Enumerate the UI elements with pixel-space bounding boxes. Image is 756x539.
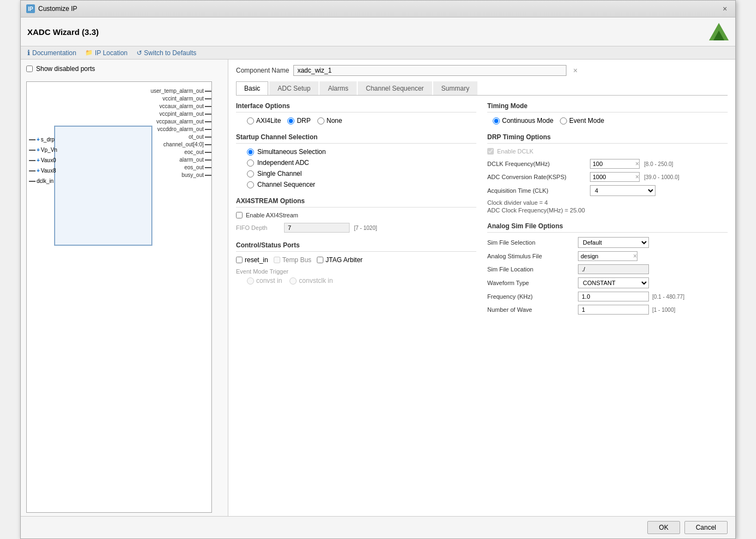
num-wave-label: Number of Wave (487, 306, 575, 313)
enable-axi4stream-checkbox[interactable] (236, 212, 243, 218)
convstclk-in-radio[interactable] (290, 277, 297, 285)
radio-drp[interactable]: DRP (287, 117, 310, 125)
analog-stimulus-clear[interactable]: × (633, 252, 637, 260)
dclk-freq-input[interactable] (590, 159, 634, 168)
tab-summary[interactable]: Summary (433, 81, 477, 95)
radio-axi4lite[interactable]: AXI4Lite (247, 117, 281, 125)
analog-sim-title: Analog Sim File Options (487, 222, 728, 233)
frequency-range: [0.1 - 480.77] (652, 294, 684, 300)
port-dclk: dclk_in (29, 178, 57, 184)
sim-file-location-input[interactable] (578, 264, 649, 274)
close-button[interactable]: × (720, 4, 730, 14)
radio-none-input[interactable] (317, 117, 324, 125)
control-ports-section: reset_in Temp Bus JTAG Arbiter Eve (236, 256, 476, 285)
radio-channel-sequencer[interactable]: Channel Sequencer (247, 181, 476, 188)
radio-independent-label: Independent ADC (257, 159, 309, 167)
left-panel: Show disabled ports user_temp_alarm_out … (21, 60, 228, 518)
enable-dclk-row: Enable DCLK (487, 148, 728, 155)
folder-icon: 📁 (85, 49, 93, 56)
waveform-type-select[interactable]: CONSTANT SINE RAMP (578, 277, 649, 288)
radio-event-label: Event Mode (569, 117, 604, 125)
startup-channel-group: Simultaneous Selection Independent ADC S… (236, 148, 476, 188)
radio-simultaneous[interactable]: Simultaneous Selection (247, 148, 476, 156)
left-ports-container: + s_drp + Vp_Vn + Vaux0 (29, 137, 57, 184)
adc-conv-input[interactable] (590, 173, 634, 181)
radio-drp-input[interactable] (287, 117, 294, 125)
convst-in-radio[interactable] (247, 277, 254, 285)
radio-event[interactable]: Event Mode (560, 117, 604, 125)
cancel-button[interactable]: Cancel (684, 521, 728, 534)
dclk-freq-range: [8.0 - 250.0] (644, 161, 673, 167)
frequency-input[interactable] (578, 292, 649, 301)
axi4stream-title: AXI4STREAM Options (236, 197, 476, 208)
port-vccpaux: vccpaux_alarm_out (151, 118, 211, 125)
radio-independent[interactable]: Independent ADC (247, 159, 476, 167)
sim-file-location-row: Sim File Location (487, 264, 728, 274)
enable-dclk-checkbox[interactable] (487, 148, 494, 155)
port-vpvn: + Vp_Vn (29, 147, 57, 153)
adc-conv-input-wrapper: × (590, 172, 640, 182)
component-name-input[interactable] (293, 65, 566, 76)
dclk-freq-input-wrapper: × (590, 159, 640, 169)
radio-none-label: None (327, 117, 342, 125)
documentation-link[interactable]: ℹ Documentation (27, 49, 76, 57)
component-name-label: Component Name (236, 67, 289, 74)
toolbar: ℹ Documentation 📁 IP Location ↺ Switch t… (21, 46, 735, 60)
analog-stimulus-row: Analog Stimulus File × (487, 251, 728, 261)
jtag-row[interactable]: JTAG Arbiter (317, 256, 363, 264)
dclk-freq-row: DCLK Frequency(MHz) × [8.0 - 250.0] (487, 159, 728, 169)
sim-file-label: Sim File Selection (487, 239, 575, 246)
frequency-row: Frequency (KHz) [0.1 - 480.77] (487, 292, 728, 301)
ip-location-label: IP Location (95, 49, 128, 57)
enable-axi4stream-label: Enable AXI4Stream (246, 212, 298, 218)
adc-conv-label: ADC Conversion Rate(KSPS) (487, 174, 586, 180)
radio-single-channel-input[interactable] (247, 170, 254, 177)
radio-independent-input[interactable] (247, 159, 254, 167)
radio-continuous[interactable]: Continuous Mode (493, 117, 553, 125)
refresh-icon: ↺ (137, 49, 142, 57)
analog-stimulus-input[interactable] (578, 252, 633, 260)
num-wave-input[interactable] (578, 305, 649, 315)
drp-timing-section: Enable DCLK DCLK Frequency(MHz) × [8.0 -… (487, 148, 728, 214)
radio-continuous-input[interactable] (493, 117, 500, 125)
convstclk-in-label: convstclk in (290, 277, 333, 285)
reset-in-checkbox[interactable] (236, 257, 243, 263)
ip-location-link[interactable]: 📁 IP Location (85, 49, 128, 57)
temp-bus-row[interactable]: Temp Bus (274, 256, 311, 264)
acq-time-label: Acquisition Time (CLK) (487, 187, 586, 194)
documentation-label: Documentation (32, 49, 76, 57)
sim-file-select[interactable]: Default Custom (578, 237, 649, 248)
radio-event-input[interactable] (560, 117, 567, 125)
fifo-depth-input[interactable] (284, 223, 350, 233)
temp-bus-label: Temp Bus (282, 256, 311, 264)
acq-time-select[interactable]: 4 8 16 (590, 185, 655, 196)
adc-conv-row: ADC Conversion Rate(KSPS) × [39.0 - 1000… (487, 172, 728, 182)
radio-channel-seq-label: Channel Sequencer (257, 181, 315, 188)
radio-axi4lite-input[interactable] (247, 117, 254, 125)
main-window: IP Customize IP × XADC Wizard (3.3) ℹ Do… (20, 0, 736, 539)
jtag-checkbox[interactable] (317, 257, 323, 263)
tab-basic[interactable]: Basic (236, 81, 268, 95)
switch-defaults-link[interactable]: ↺ Switch to Defaults (137, 49, 197, 57)
radio-none[interactable]: None (317, 117, 342, 125)
radio-axi4lite-label: AXI4Lite (256, 117, 281, 125)
fifo-depth-range: [7 - 1020] (354, 225, 377, 231)
temp-bus-checkbox[interactable] (274, 257, 280, 263)
show-disabled-checkbox[interactable] (26, 66, 33, 72)
tab-channel-sequencer[interactable]: Channel Sequencer (358, 81, 432, 95)
radio-drp-label: DRP (297, 117, 310, 125)
adc-conv-clear[interactable]: × (635, 173, 639, 181)
port-vccaux: vccaux_alarm_out (151, 103, 211, 110)
tab-adc-setup[interactable]: ADC Setup (269, 81, 318, 95)
reset-in-row[interactable]: reset_in (236, 256, 268, 264)
radio-channel-seq-input[interactable] (247, 181, 254, 188)
analog-sim-section: Sim File Selection Default Custom Analog… (487, 237, 728, 315)
main-content: Show disabled ports user_temp_alarm_out … (21, 60, 735, 518)
radio-single-channel[interactable]: Single Channel (247, 170, 476, 177)
ok-button[interactable]: OK (647, 521, 680, 534)
radio-single-channel-label: Single Channel (257, 170, 302, 177)
radio-simultaneous-input[interactable] (247, 149, 254, 156)
dclk-freq-clear[interactable]: × (635, 160, 639, 168)
tab-alarms[interactable]: Alarms (320, 81, 356, 95)
component-name-clear[interactable]: × (571, 66, 580, 75)
